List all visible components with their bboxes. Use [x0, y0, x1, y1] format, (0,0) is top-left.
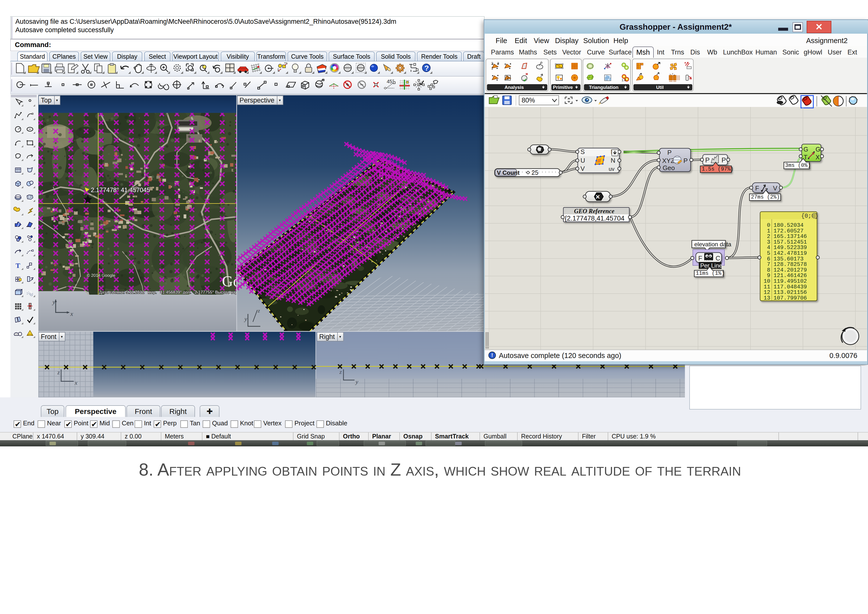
svg-text:F: F — [698, 255, 702, 262]
svg-text:U: U — [580, 157, 585, 164]
svg-text:1: 1 — [491, 66, 493, 70]
svg-text:3ms (0%): 3ms (0%) — [785, 162, 811, 168]
svg-text:Analysis: Analysis — [505, 85, 524, 90]
svg-text:Per Line: Per Line — [700, 262, 722, 269]
svg-text:×: × — [595, 193, 600, 201]
svg-text:80%: 80% — [522, 96, 535, 104]
svg-text:1.5s (97%): 1.5s (97%) — [702, 166, 734, 172]
svg-text:elevation data: elevation data — [694, 241, 732, 247]
svg-text:103.6159: 103.6159 — [773, 300, 800, 307]
svg-text:Primitive: Primitive — [553, 85, 573, 90]
svg-text:S: S — [580, 148, 585, 155]
svg-text:X: X — [815, 154, 820, 161]
svg-text:1.0: 1.0 — [622, 78, 626, 82]
svg-text:G: G — [803, 146, 808, 153]
svg-text:{0;0}: {0;0} — [801, 213, 818, 219]
svg-text:Util: Util — [656, 85, 664, 90]
svg-text:11ms (1%): 11ms (1%) — [696, 270, 724, 276]
svg-text:3: 3 — [497, 61, 499, 65]
svg-text:V: V — [580, 165, 585, 172]
svg-text:25: 25 — [532, 169, 538, 176]
svg-text:P: P — [684, 157, 688, 165]
svg-text:XYZ: XYZ — [662, 157, 675, 165]
svg-text:F: F — [755, 185, 759, 192]
svg-text:P: P — [667, 149, 671, 156]
svg-text:Geo: Geo — [663, 164, 675, 172]
svg-text:Triangulation: Triangulation — [589, 85, 618, 90]
svg-text:N: N — [611, 157, 615, 164]
svg-text:14: 14 — [764, 300, 770, 307]
svg-text:GEO Reference: GEO Reference — [574, 208, 614, 215]
svg-text:2: 2 — [507, 76, 509, 80]
svg-text:P: P — [705, 157, 710, 164]
svg-text:{2.177478,41.45704: {2.177478,41.45704 — [565, 215, 625, 222]
svg-text:z: z — [339, 368, 342, 375]
svg-text:z: z — [57, 369, 60, 376]
svg-text:y: y — [355, 379, 358, 385]
svg-text:V Count: V Count — [497, 169, 519, 176]
svg-text:P: P — [722, 157, 726, 164]
svg-text:x: x — [74, 379, 78, 386]
svg-text:G: G — [815, 146, 820, 153]
svg-text:uv: uv — [609, 166, 614, 172]
svg-text:2: 2 — [491, 61, 493, 65]
svg-text:C: C — [716, 255, 720, 262]
svg-text:V: V — [773, 185, 777, 192]
svg-text:27ms (2%): 27ms (2%) — [751, 194, 780, 200]
